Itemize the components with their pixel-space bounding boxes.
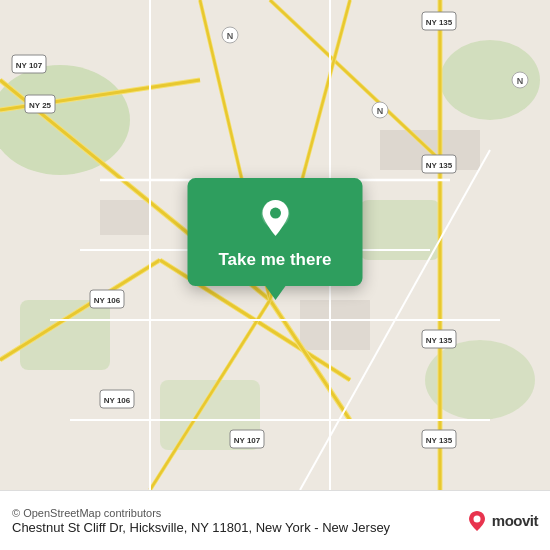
svg-rect-4 — [20, 300, 110, 370]
map-container: NY 107 NY 25 NY 135 NY 135 NY 135 NY 135… — [0, 0, 550, 490]
moovit-label: moovit — [492, 512, 538, 529]
svg-text:N: N — [517, 76, 524, 86]
location-pin-icon — [253, 196, 297, 240]
svg-text:NY 135: NY 135 — [426, 18, 453, 27]
svg-text:NY 135: NY 135 — [426, 161, 453, 170]
address-info: © OpenStreetMap contributors Chestnut St… — [12, 507, 466, 535]
svg-text:NY 135: NY 135 — [426, 336, 453, 345]
svg-text:NY 107: NY 107 — [16, 61, 43, 70]
moovit-pin-icon — [466, 510, 488, 532]
svg-point-64 — [473, 515, 480, 522]
svg-text:NY 106: NY 106 — [104, 396, 131, 405]
location-popup[interactable]: Take me there — [188, 178, 363, 286]
svg-rect-9 — [100, 200, 150, 235]
moovit-logo: moovit — [466, 510, 538, 532]
svg-text:NY 25: NY 25 — [29, 101, 52, 110]
bottom-bar: © OpenStreetMap contributors Chestnut St… — [0, 490, 550, 550]
svg-text:N: N — [377, 106, 384, 116]
svg-text:NY 106: NY 106 — [94, 296, 121, 305]
svg-text:NY 135: NY 135 — [426, 436, 453, 445]
svg-text:N: N — [227, 31, 234, 41]
address-line: Chestnut St Cliff Dr, Hicksville, NY 118… — [12, 520, 466, 535]
take-me-there-button[interactable]: Take me there — [218, 250, 331, 270]
svg-text:NY 107: NY 107 — [234, 436, 261, 445]
copyright-text: © OpenStreetMap contributors — [12, 507, 466, 519]
svg-point-63 — [270, 208, 281, 219]
svg-rect-10 — [300, 300, 370, 350]
